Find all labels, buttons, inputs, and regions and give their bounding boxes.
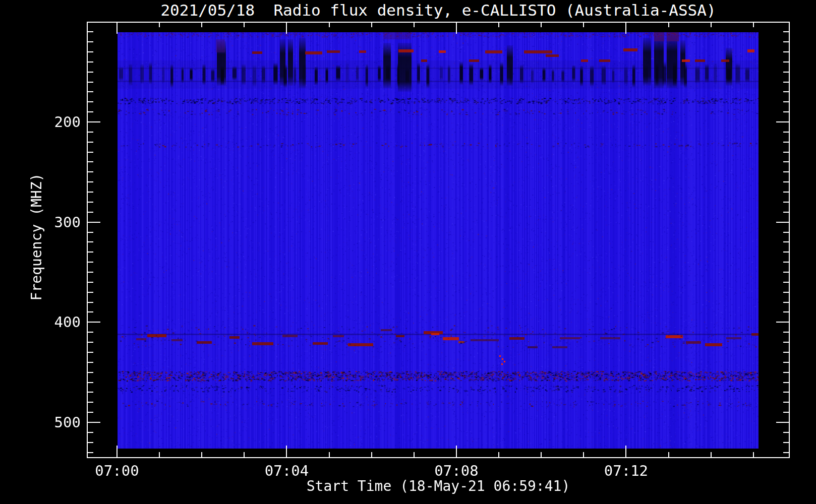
x-major-tick bbox=[286, 22, 287, 34]
y-major-tick bbox=[87, 121, 100, 122]
y-minor-tick bbox=[783, 362, 790, 363]
x-major-tick bbox=[116, 446, 118, 458]
y-minor-tick bbox=[783, 152, 790, 153]
y-tick-label: 200 bbox=[15, 114, 81, 130]
y-minor-tick bbox=[87, 302, 93, 303]
y-minor-tick bbox=[87, 282, 93, 283]
x-tick-label: 07:08 bbox=[416, 463, 497, 478]
y-minor-tick bbox=[783, 432, 790, 433]
y-minor-tick bbox=[87, 352, 93, 353]
y-minor-tick bbox=[783, 342, 790, 343]
x-minor-tick bbox=[583, 22, 584, 27]
y-minor-tick bbox=[783, 402, 790, 403]
y-minor-tick bbox=[783, 31, 790, 32]
x-minor-tick bbox=[201, 22, 202, 27]
y-minor-tick bbox=[783, 171, 790, 172]
x-minor-tick bbox=[541, 452, 542, 458]
y-minor-tick bbox=[87, 251, 93, 253]
y-minor-tick bbox=[87, 142, 93, 143]
y-minor-tick bbox=[783, 132, 790, 133]
x-minor-tick bbox=[753, 452, 754, 458]
x-minor-tick bbox=[498, 22, 499, 27]
y-minor-tick bbox=[87, 132, 93, 133]
x-minor-tick bbox=[329, 22, 330, 27]
y-minor-tick bbox=[783, 111, 790, 112]
y-minor-tick bbox=[783, 311, 790, 312]
y-major-tick bbox=[776, 121, 790, 122]
y-tick-label: 500 bbox=[15, 415, 81, 430]
y-minor-tick bbox=[783, 41, 790, 42]
y-minor-tick bbox=[87, 181, 93, 182]
y-minor-tick bbox=[87, 402, 93, 403]
x-minor-tick bbox=[159, 22, 160, 27]
y-minor-tick bbox=[783, 292, 790, 293]
y-minor-tick bbox=[87, 332, 93, 333]
y-minor-tick bbox=[783, 332, 790, 333]
x-major-tick bbox=[456, 22, 457, 34]
y-minor-tick bbox=[87, 61, 93, 62]
y-minor-tick bbox=[87, 432, 93, 433]
y-minor-tick bbox=[87, 292, 93, 293]
y-tick-label: 300 bbox=[15, 215, 81, 230]
y-minor-tick bbox=[783, 192, 790, 193]
x-minor-tick bbox=[159, 452, 160, 458]
y-minor-tick bbox=[783, 91, 790, 92]
y-minor-tick bbox=[87, 192, 93, 193]
y-minor-tick bbox=[87, 392, 93, 393]
y-minor-tick bbox=[783, 262, 790, 263]
y-minor-tick bbox=[783, 442, 790, 443]
y-minor-tick bbox=[87, 452, 93, 453]
x-minor-tick bbox=[668, 452, 669, 458]
y-minor-tick bbox=[87, 232, 93, 233]
y-minor-tick bbox=[87, 311, 93, 312]
y-major-tick bbox=[776, 422, 790, 423]
x-tick-label: 07:00 bbox=[77, 463, 157, 478]
y-minor-tick bbox=[87, 111, 93, 112]
x-major-tick bbox=[456, 446, 457, 458]
x-minor-tick bbox=[711, 22, 712, 27]
y-minor-tick bbox=[87, 342, 93, 343]
y-minor-tick bbox=[783, 372, 790, 373]
x-axis-title: Start Time (18-May-21 06:59:41) bbox=[87, 478, 790, 494]
y-major-tick bbox=[87, 222, 100, 223]
y-minor-tick bbox=[783, 452, 790, 453]
y-minor-tick bbox=[783, 212, 790, 213]
y-minor-tick bbox=[783, 272, 790, 273]
y-minor-tick bbox=[783, 202, 790, 203]
y-minor-tick bbox=[87, 31, 93, 32]
y-minor-tick bbox=[87, 101, 93, 102]
x-minor-tick bbox=[583, 452, 584, 458]
x-major-tick bbox=[625, 22, 626, 34]
y-minor-tick bbox=[87, 152, 93, 153]
y-minor-tick bbox=[87, 412, 93, 413]
y-minor-tick bbox=[783, 382, 790, 383]
y-minor-tick bbox=[783, 232, 790, 233]
x-major-tick bbox=[625, 446, 626, 458]
y-minor-tick bbox=[87, 362, 93, 363]
x-minor-tick bbox=[541, 22, 542, 27]
x-minor-tick bbox=[668, 22, 669, 27]
y-major-tick bbox=[776, 222, 790, 223]
y-minor-tick bbox=[783, 392, 790, 393]
y-minor-tick bbox=[87, 51, 93, 52]
y-minor-tick bbox=[87, 41, 93, 42]
y-minor-tick bbox=[783, 61, 790, 62]
y-minor-tick bbox=[87, 161, 93, 162]
x-minor-tick bbox=[244, 22, 245, 27]
x-minor-tick bbox=[244, 452, 245, 458]
y-minor-tick bbox=[87, 272, 93, 273]
x-minor-tick bbox=[414, 452, 415, 458]
y-minor-tick bbox=[783, 72, 790, 73]
y-minor-tick bbox=[87, 91, 93, 92]
y-minor-tick bbox=[783, 251, 790, 253]
x-minor-tick bbox=[711, 452, 712, 458]
y-minor-tick bbox=[783, 241, 790, 242]
y-tick-label: 400 bbox=[15, 314, 81, 330]
x-major-tick bbox=[116, 22, 118, 34]
x-minor-tick bbox=[498, 452, 499, 458]
x-minor-tick bbox=[753, 22, 754, 27]
x-minor-tick bbox=[371, 452, 372, 458]
y-major-tick bbox=[776, 322, 790, 323]
y-minor-tick bbox=[87, 382, 93, 383]
y-minor-tick bbox=[87, 82, 93, 83]
